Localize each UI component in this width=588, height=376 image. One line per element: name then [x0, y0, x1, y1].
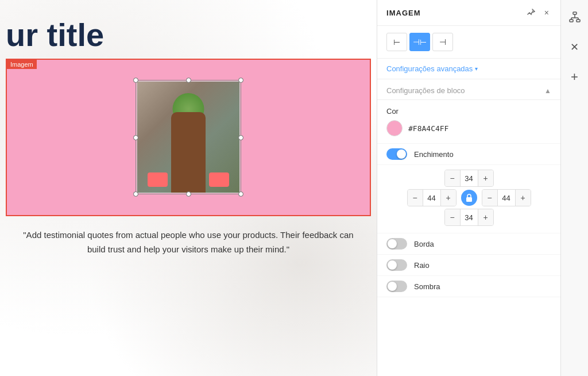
padding-top-control: − +	[444, 170, 494, 187]
padding-left-plus-button[interactable]: +	[441, 190, 456, 206]
padding-bottom-plus-button[interactable]: +	[478, 209, 493, 225]
photo-inner	[137, 82, 239, 193]
align-center-icon: ⊣⊢	[413, 37, 427, 47]
shadow-toggle[interactable]	[386, 281, 407, 292]
padding-right-control: − +	[482, 189, 531, 206]
align-left-icon: ⊢	[393, 37, 400, 47]
padding-left-input[interactable]	[423, 190, 441, 206]
padding-right-plus-button[interactable]: +	[516, 190, 531, 206]
advanced-settings-row: Configurações avançadas ▾	[377, 59, 560, 79]
padding-bottom-input[interactable]	[460, 209, 478, 225]
add-plus-icon: +	[571, 70, 578, 85]
radius-label: Raio	[414, 261, 430, 270]
pin-icon	[527, 9, 535, 17]
photo-hand	[171, 112, 206, 193]
fill-label: Enchimento	[414, 150, 454, 159]
chevron-down-icon: ▾	[475, 66, 478, 72]
photo-shoes-right	[209, 172, 229, 187]
svg-rect-4	[577, 20, 580, 22]
page-title: ur title	[0, 0, 377, 59]
alignment-row: ⊢ ⊣⊢ ⊣	[377, 26, 560, 59]
block-settings-header: Configurações de bloco ▲	[377, 79, 560, 100]
padding-bottom-control: − +	[444, 209, 494, 226]
border-label: Borda	[414, 240, 434, 248]
svg-rect-3	[570, 20, 573, 22]
padding-right-minus-button[interactable]: −	[482, 190, 497, 206]
svg-point-0	[532, 11, 533, 12]
padding-right-input[interactable]	[497, 190, 516, 206]
svg-rect-2	[573, 12, 577, 14]
shadow-toggle-row: Sombra	[377, 276, 560, 297]
fill-toggle[interactable]	[386, 148, 407, 160]
fill-toggle-row: Enchimento	[377, 144, 560, 165]
radius-toggle-slider	[386, 259, 407, 271]
right-panel: IMAGEM × ⊢ ⊣⊢ ⊣ Configurações avançadas	[377, 0, 560, 376]
photo-shoes-left	[148, 172, 168, 187]
hierarchy-button[interactable]	[564, 7, 585, 28]
padding-bottom-minus-button[interactable]: −	[445, 209, 460, 225]
radius-toggle[interactable]	[386, 259, 407, 271]
padding-top-plus-button[interactable]: +	[478, 170, 493, 186]
align-left-button[interactable]: ⊢	[386, 33, 407, 51]
block-settings-title: Configurações de bloco	[386, 86, 465, 95]
image-block-inner	[7, 60, 370, 215]
lock-icon	[466, 194, 473, 202]
block-settings-collapse-icon[interactable]: ▲	[544, 87, 551, 95]
color-label: Cor	[386, 107, 551, 116]
hierarchy-icon	[569, 11, 581, 23]
padding-controls: − + − + −	[377, 165, 560, 233]
panel-header: IMAGEM ×	[377, 0, 560, 26]
right-sidebar: ✕ +	[560, 0, 588, 376]
panel-header-actions: ×	[525, 7, 551, 18]
padding-middle-row: − + − +	[386, 189, 551, 206]
padding-left-minus-button[interactable]: −	[408, 190, 423, 206]
svg-rect-1	[466, 197, 472, 202]
advanced-settings-link[interactable]: Configurações avançadas	[386, 64, 473, 73]
radius-toggle-row: Raio	[377, 255, 560, 276]
border-toggle[interactable]	[386, 238, 407, 250]
image-selected[interactable]	[137, 81, 240, 193]
padding-bottom-row: − +	[386, 209, 551, 226]
canvas-area: ur title Imagem	[0, 0, 377, 376]
shadow-toggle-slider	[386, 281, 407, 292]
close-x-icon: ✕	[570, 41, 579, 53]
padding-left-control: − +	[407, 189, 457, 206]
color-row: #F8A4C4FF	[386, 120, 551, 136]
panel-title: IMAGEM	[386, 9, 421, 17]
shadow-label: Sombra	[414, 282, 440, 291]
align-right-icon: ⊣	[439, 37, 446, 47]
pin-button[interactable]	[525, 7, 537, 18]
image-block-label: Imagem	[7, 60, 37, 69]
close-button[interactable]: ✕	[564, 37, 585, 57]
align-center-button[interactable]: ⊣⊢	[409, 33, 430, 51]
border-toggle-row: Borda	[377, 233, 560, 255]
image-photo	[137, 81, 240, 193]
add-button[interactable]: +	[564, 67, 585, 87]
color-value: #F8A4C4FF	[408, 124, 448, 133]
close-icon: ×	[544, 8, 549, 17]
padding-top-input[interactable]	[460, 170, 478, 186]
block-settings: Configurações de bloco ▲ Cor #F8A4C4FF E…	[377, 79, 560, 376]
testimonial-text: "Add testimonial quotes from actual peop…	[0, 216, 377, 268]
close-panel-button[interactable]: ×	[542, 7, 551, 18]
fill-toggle-slider	[386, 148, 407, 160]
image-block-wrapper[interactable]: Imagem	[6, 59, 371, 216]
padding-top-minus-button[interactable]: −	[445, 170, 460, 186]
canvas-content: ur title Imagem	[0, 0, 377, 376]
color-setting-row: Cor #F8A4C4FF	[377, 100, 560, 144]
padding-lock-button[interactable]	[461, 190, 477, 206]
padding-top-row: − +	[386, 170, 551, 187]
color-swatch[interactable]	[386, 120, 403, 136]
align-right-button[interactable]: ⊣	[432, 33, 453, 51]
border-toggle-slider	[386, 238, 407, 250]
